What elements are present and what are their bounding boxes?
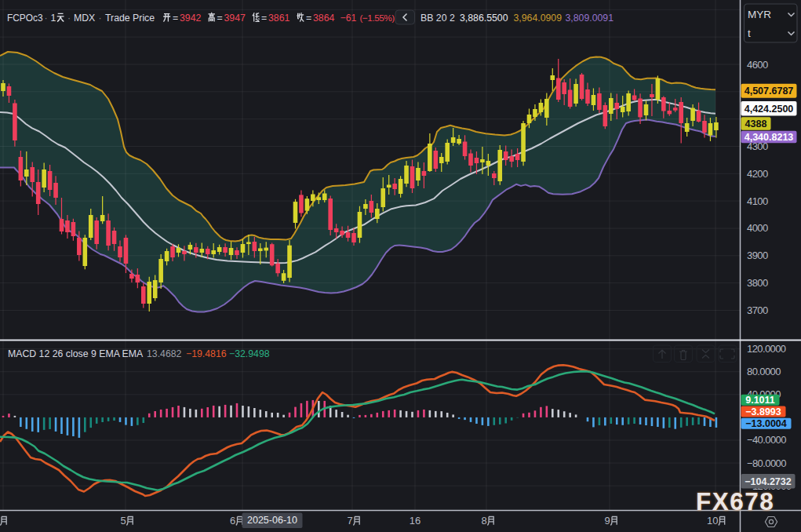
svg-text:3700: 3700 [747,304,768,316]
svg-text:−19.4816: −19.4816 [186,348,227,359]
svg-text:4388: 4388 [745,118,767,129]
svg-text:9: 9 [605,515,610,527]
svg-text:MYR: MYR [748,9,771,20]
svg-text:4000: 4000 [747,222,768,234]
svg-text:t: t [748,27,751,39]
svg-text:=: = [306,13,311,24]
svg-text:80.0000: 80.0000 [747,366,781,377]
svg-text:3,809.0091: 3,809.0091 [566,13,614,24]
svg-text:−104.2732: −104.2732 [745,476,791,487]
svg-text:Trade Price: Trade Price [105,13,155,24]
svg-text:BB 20 2: BB 20 2 [421,13,455,24]
svg-text:13.4682: 13.4682 [147,348,182,359]
svg-text:MDX: MDX [74,13,95,24]
svg-text:3,964.0909: 3,964.0909 [514,13,563,24]
svg-text:(−1.55%): (−1.55%) [360,13,395,24]
svg-text:3947: 3947 [224,13,246,24]
svg-text:3,886.5500: 3,886.5500 [460,13,508,24]
svg-text:·: · [67,13,71,24]
svg-text:4100: 4100 [747,195,768,207]
svg-text:4,424.2500: 4,424.2500 [745,104,794,115]
svg-text:16: 16 [410,515,421,527]
svg-text:−3.8993: −3.8993 [745,406,781,417]
svg-text:5: 5 [121,515,126,527]
svg-text:3800: 3800 [747,277,768,289]
svg-text:1: 1 [51,13,56,24]
svg-text:·: · [45,13,48,24]
svg-text:6: 6 [230,515,235,527]
svg-text:4200: 4200 [747,168,768,180]
svg-text:−80.0000: −80.0000 [747,457,786,469]
svg-text:−32.9498: −32.9498 [229,348,270,359]
svg-text:120.0000: 120.0000 [747,343,786,355]
svg-text:MACD 12 26 close 9 EMA EMA: MACD 12 26 close 9 EMA EMA [8,348,144,359]
svg-text:3861: 3861 [268,13,290,24]
svg-text:−13.0004: −13.0004 [745,418,787,429]
svg-text:2025-06-10: 2025-06-10 [247,515,297,526]
svg-text:FCPOc3: FCPOc3 [7,13,43,24]
svg-text:=: = [261,13,267,24]
svg-text:4600: 4600 [747,59,768,71]
svg-text:=: = [173,13,178,24]
svg-text:9.1011: 9.1011 [745,395,775,406]
svg-text:−40.0000: −40.0000 [747,434,786,446]
svg-text:7: 7 [348,515,353,527]
svg-text:10: 10 [707,515,718,527]
svg-text:FX678: FX678 [696,487,774,516]
svg-text:−61: −61 [340,13,357,24]
svg-text:·: · [99,13,102,24]
svg-text:4,507.6787: 4,507.6787 [745,86,794,97]
svg-text:=: = [217,13,223,24]
svg-text:4,340.8213: 4,340.8213 [745,132,794,143]
svg-text:3942: 3942 [180,13,202,24]
svg-text:8: 8 [482,515,487,527]
svg-text:3864: 3864 [313,13,335,24]
svg-text:3900: 3900 [747,250,768,261]
